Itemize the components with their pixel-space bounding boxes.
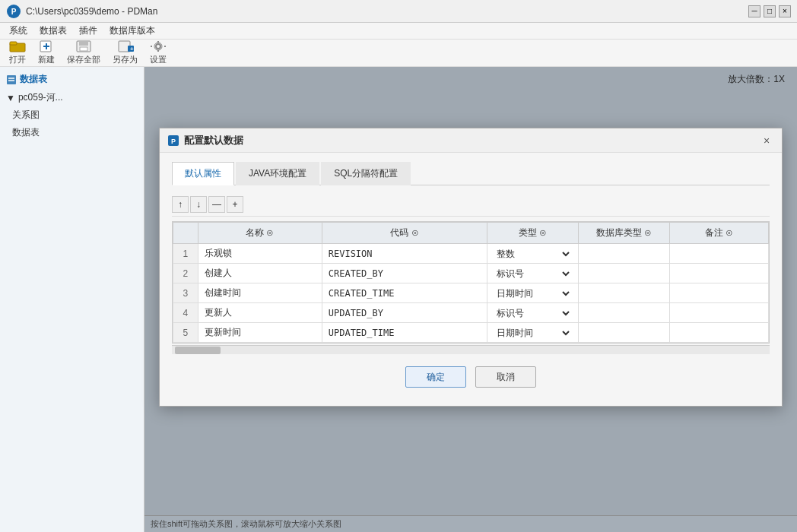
menu-bar: 系统 数据表 插件 数据库版本	[0, 23, 797, 40]
toolbar-settings[interactable]: 设置	[147, 39, 170, 67]
cell-note[interactable]	[669, 264, 769, 283]
data-table: 名称 ⊙ 代码 ⊙ 类型 ⊙ 数据库类型 ⊙	[173, 222, 769, 343]
cell-name[interactable]: 乐观锁	[198, 244, 322, 264]
svg-rect-3	[10, 42, 17, 45]
sidebar-item-datatable[interactable]: 数据表	[0, 124, 144, 141]
toolbar-save-all[interactable]: 保存全部	[64, 39, 103, 67]
row-number: 5	[173, 323, 198, 343]
type-select[interactable]: 整数标识号日期时间字符串布尔值	[494, 268, 572, 280]
cell-dbtype[interactable]	[578, 283, 669, 303]
scrollbar-thumb[interactable]	[175, 347, 221, 354]
col-header-code[interactable]: 代码 ⊙	[322, 223, 487, 244]
table-row: 3创建时间CREATED_TIME整数标识号日期时间字符串布尔值	[173, 283, 769, 303]
modal-overlay: P 配置默认数据 × 默认属性 JAVA环境配置 SQL分隔符配置	[144, 67, 797, 532]
svg-rect-19	[7, 75, 16, 84]
menu-dbversion[interactable]: 数据库版本	[103, 23, 161, 39]
row-number: 3	[173, 283, 198, 303]
type-select[interactable]: 整数标识号日期时间字符串布尔值	[494, 287, 572, 299]
cell-note[interactable]	[669, 303, 769, 323]
cell-type[interactable]: 整数标识号日期时间字符串布尔值	[487, 283, 579, 303]
menu-plugin[interactable]: 插件	[73, 23, 103, 39]
menu-datatable[interactable]: 数据表	[33, 23, 73, 39]
cell-name[interactable]: 创建人	[198, 264, 322, 283]
cancel-button[interactable]: 取消	[475, 366, 536, 388]
dialog-title-bar: P 配置默认数据 ×	[160, 128, 782, 153]
sidebar: 数据表 ▼ pc059-河... 关系图 数据表	[0, 67, 144, 532]
row-number: 4	[173, 303, 198, 323]
svg-text:P: P	[171, 138, 176, 145]
tab-java-env[interactable]: JAVA环境配置	[236, 162, 319, 185]
svg-rect-8	[79, 41, 88, 46]
toolbar-open[interactable]: 打开	[6, 39, 29, 67]
cell-code[interactable]: CREATED_BY	[322, 264, 487, 283]
dialog-footer: 确定 取消	[172, 354, 770, 397]
main-toolbar: 打开 新建 保存全部 + 另存为 设置	[0, 40, 797, 67]
remove-button[interactable]: —	[208, 196, 225, 213]
maximize-button[interactable]: □	[764, 5, 776, 17]
cell-note[interactable]	[669, 283, 769, 303]
table-row: 5更新时间UPDATED_TIME整数标识号日期时间字符串布尔值	[173, 323, 769, 343]
eye-icon-note: ⊙	[726, 227, 733, 238]
move-up-button[interactable]: ↑	[172, 196, 189, 213]
tab-sql-separator[interactable]: SQL分隔符配置	[321, 162, 411, 185]
title-bar: P C:\Users\pc0359\demo - PDMan ─ □ ×	[0, 0, 797, 23]
cell-name[interactable]: 创建时间	[198, 283, 322, 303]
confirm-button[interactable]: 确定	[405, 366, 466, 388]
cell-dbtype[interactable]	[578, 244, 669, 264]
toolbar-save-as[interactable]: + 另存为	[110, 39, 141, 67]
cell-code[interactable]: REVISION	[322, 244, 487, 264]
cell-note[interactable]	[669, 323, 769, 343]
chevron-down-icon: ▼	[6, 93, 15, 103]
minus-icon: —	[212, 199, 221, 210]
type-select[interactable]: 整数标识号日期时间字符串布尔值	[494, 248, 572, 260]
cell-dbtype[interactable]	[578, 323, 669, 343]
app-logo: P	[6, 4, 21, 19]
col-header-note[interactable]: 备注 ⊙	[669, 223, 769, 244]
down-arrow-icon: ↓	[196, 199, 201, 210]
col-header-type[interactable]: 类型 ⊙	[487, 223, 579, 244]
type-select[interactable]: 整数标识号日期时间字符串布尔值	[494, 327, 572, 339]
cell-type[interactable]: 整数标识号日期时间字符串布尔值	[487, 323, 579, 343]
cell-dbtype[interactable]	[578, 303, 669, 323]
dialog-inner-toolbar: ↑ ↓ — +	[172, 193, 770, 217]
sidebar-title: 数据表	[0, 70, 144, 89]
horizontal-scrollbar[interactable]	[172, 345, 770, 354]
main-area: 数据表 ▼ pc059-河... 关系图 数据表 放大倍数：1X P	[0, 67, 797, 532]
add-button[interactable]: +	[227, 196, 243, 213]
cell-code[interactable]: CREATED_TIME	[322, 283, 487, 303]
dialog-body: 默认属性 JAVA环境配置 SQL分隔符配置 ↑ ↓ —	[160, 153, 782, 406]
cell-note[interactable]	[669, 244, 769, 264]
row-number: 1	[173, 244, 198, 264]
dialog-configure-defaults: P 配置默认数据 × 默认属性 JAVA环境配置 SQL分隔符配置	[159, 128, 783, 407]
col-header-dbtype[interactable]: 数据库类型 ⊙	[578, 223, 669, 244]
table-row: 2创建人CREATED_BY整数标识号日期时间字符串布尔值	[173, 264, 769, 283]
sidebar-group-pc059[interactable]: ▼ pc059-河...	[0, 89, 144, 106]
table-row: 1乐观锁REVISION整数标识号日期时间字符串布尔值	[173, 244, 769, 264]
move-down-button[interactable]: ↓	[190, 196, 207, 213]
window-controls[interactable]: ─ □ ×	[748, 5, 791, 17]
minimize-button[interactable]: ─	[748, 5, 760, 17]
cell-code[interactable]: UPDATED_TIME	[322, 323, 487, 343]
cell-code[interactable]: UPDATED_BY	[322, 303, 487, 323]
close-window-button[interactable]: ×	[779, 5, 791, 17]
cell-dbtype[interactable]	[578, 264, 669, 283]
svg-rect-9	[80, 47, 87, 51]
cell-name[interactable]: 更新时间	[198, 323, 322, 343]
col-header-name[interactable]: 名称 ⊙	[198, 223, 322, 244]
menu-system[interactable]: 系统	[3, 23, 33, 39]
type-select[interactable]: 整数标识号日期时间字符串布尔值	[494, 307, 572, 319]
toolbar-new[interactable]: 新建	[35, 39, 58, 67]
eye-icon-dbtype: ⊙	[644, 227, 652, 238]
cell-type[interactable]: 整数标识号日期时间字符串布尔值	[487, 244, 579, 264]
content-area: 放大倍数：1X P 配置默认数据 ×	[144, 67, 797, 532]
cell-type[interactable]: 整数标识号日期时间字符串布尔值	[487, 303, 579, 323]
tab-default-props[interactable]: 默认属性	[172, 162, 234, 185]
sidebar-item-relations[interactable]: 关系图	[0, 106, 144, 124]
up-arrow-icon: ↑	[178, 199, 183, 210]
cell-type[interactable]: 整数标识号日期时间字符串布尔值	[487, 264, 579, 283]
table-scroll-area[interactable]: 名称 ⊙ 代码 ⊙ 类型 ⊙ 数据库类型 ⊙	[172, 221, 770, 344]
eye-icon-code: ⊙	[411, 227, 419, 238]
cell-name[interactable]: 更新人	[198, 303, 322, 323]
dialog-close-button[interactable]: ×	[759, 133, 774, 148]
eye-icon-type: ⊙	[539, 227, 547, 238]
